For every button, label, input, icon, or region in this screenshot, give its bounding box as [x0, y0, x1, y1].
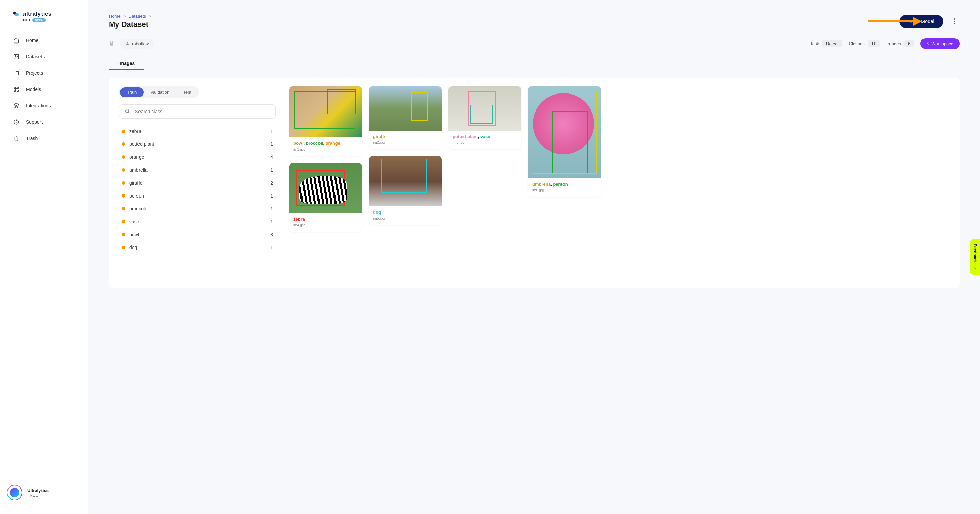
lock-icon: [109, 41, 114, 47]
logo-hub: HUB: [22, 18, 30, 22]
image-labels: umbrella, person: [532, 181, 597, 187]
class-row[interactable]: giraffe2: [119, 176, 275, 189]
breadcrumb: Home > Datasets >: [109, 14, 153, 19]
trash-icon: [13, 135, 20, 142]
workspace-button[interactable]: ⎋ Workspace: [920, 38, 959, 49]
image-card[interactable]: zebra im4.jpg: [289, 163, 362, 232]
image-card[interactable]: dog im5.jpg: [369, 156, 442, 225]
class-name: potted plant: [129, 141, 154, 147]
class-count: 1: [270, 193, 273, 198]
class-name: bowl: [129, 232, 139, 237]
owner-name: roboflow: [132, 41, 149, 46]
class-name: person: [129, 193, 144, 198]
logo-icon: [12, 10, 20, 17]
sidebar-item-projects[interactable]: Projects: [7, 65, 81, 81]
sidebar-item-label: Projects: [26, 70, 43, 76]
image-labels: potted plant, vase: [453, 134, 517, 139]
class-count: 3: [270, 232, 273, 237]
home-icon: [13, 37, 20, 44]
stat-images: Images 6: [886, 40, 914, 47]
class-dot-icon: [122, 168, 125, 172]
image-filename: im6.jpg: [532, 188, 597, 192]
class-count: 1: [270, 141, 273, 147]
image-thumbnail: [289, 163, 362, 213]
sidebar-item-integrations[interactable]: Integrations: [7, 98, 81, 114]
class-row[interactable]: broccoli1: [119, 202, 275, 215]
class-dot-icon: [122, 194, 125, 198]
class-row[interactable]: zebra1: [119, 125, 275, 138]
owner-chip[interactable]: roboflow: [120, 39, 154, 49]
image-thumbnail: [369, 86, 442, 130]
logo-text: ultralytics: [22, 11, 52, 17]
image-labels: giraffe: [373, 134, 438, 139]
split-validation[interactable]: Validation: [143, 87, 176, 97]
image-filename: im1.jpg: [293, 147, 358, 151]
class-row[interactable]: vase1: [119, 215, 275, 228]
feedback-tab[interactable]: Feedback ☺: [970, 239, 980, 274]
folder-icon: [13, 70, 20, 76]
class-count: 1: [270, 128, 273, 134]
split-test[interactable]: Test: [176, 87, 198, 97]
split-tabs: Train Validation Test: [119, 86, 199, 98]
class-dot-icon: [122, 207, 125, 210]
logo[interactable]: ultralytics HUB BETA: [0, 7, 88, 32]
tab-images[interactable]: Images: [109, 57, 144, 70]
image-filename: im3.jpg: [453, 140, 517, 144]
logo-beta-badge: BETA: [32, 18, 46, 22]
smile-icon: ☺: [972, 265, 977, 270]
image-filename: im4.jpg: [293, 223, 358, 227]
class-count: 2: [270, 180, 273, 186]
avatar: [7, 485, 22, 500]
svg-point-1: [15, 13, 19, 16]
class-count: 1: [270, 167, 273, 173]
sidebar: ultralytics HUB BETA Home Datasets Proje…: [0, 0, 89, 514]
sidebar-item-trash[interactable]: Trash: [7, 130, 81, 146]
class-row[interactable]: potted plant1: [119, 138, 275, 151]
class-name: vase: [129, 219, 140, 224]
class-row[interactable]: dog1: [119, 241, 275, 254]
image-grid: bowl, broccoli, orange im1.jpg zebra im4…: [289, 86, 601, 279]
class-name: orange: [129, 154, 144, 160]
sidebar-item-models[interactable]: Models: [7, 81, 81, 98]
class-count: 4: [270, 154, 273, 160]
main-content: Home > Datasets > My Dataset Train Model: [89, 0, 980, 514]
class-dot-icon: [122, 181, 125, 185]
arrow-annotation: [868, 19, 922, 24]
sidebar-item-label: Trash: [26, 136, 38, 141]
class-row[interactable]: bowl3: [119, 228, 275, 241]
search-input[interactable]: [119, 105, 275, 119]
workspace-icon: ⎋: [927, 41, 929, 46]
sidebar-item-label: Support: [26, 119, 43, 125]
class-name: dog: [129, 245, 137, 250]
image-card[interactable]: bowl, broccoli, orange im1.jpg: [289, 86, 362, 156]
split-train[interactable]: Train: [120, 87, 143, 97]
more-menu-button[interactable]: [950, 17, 959, 26]
class-row[interactable]: orange4: [119, 151, 275, 163]
class-row[interactable]: person1: [119, 189, 275, 202]
breadcrumb-home[interactable]: Home: [109, 14, 121, 19]
class-dot-icon: [122, 220, 125, 223]
class-dot-icon: [122, 155, 125, 159]
image-labels: zebra: [293, 217, 358, 222]
sidebar-item-support[interactable]: Support: [7, 114, 81, 130]
class-dot-icon: [122, 246, 125, 249]
sidebar-footer[interactable]: Ultralytics FREE: [0, 478, 88, 507]
breadcrumb-datasets[interactable]: Datasets: [129, 14, 146, 19]
image-labels: bowl, broccoli, orange: [293, 141, 358, 146]
image-card[interactable]: giraffe im2.jpg: [369, 86, 442, 149]
layers-icon: [13, 102, 20, 109]
class-row[interactable]: umbrella1: [119, 163, 275, 176]
image-icon: [13, 53, 20, 60]
class-dot-icon: [122, 130, 125, 133]
page-title: My Dataset: [109, 20, 153, 29]
class-name: giraffe: [129, 180, 143, 186]
class-count: 1: [270, 206, 273, 211]
image-card[interactable]: umbrella, person im6.jpg: [528, 86, 601, 197]
sidebar-item-datasets[interactable]: Datasets: [7, 49, 81, 65]
sidebar-item-label: Models: [26, 87, 41, 92]
class-name: broccoli: [129, 206, 146, 211]
image-card[interactable]: potted plant, vase im3.jpg: [449, 86, 521, 149]
image-filename: im5.jpg: [373, 216, 438, 220]
sidebar-item-home[interactable]: Home: [7, 32, 81, 49]
class-dot-icon: [122, 143, 125, 146]
